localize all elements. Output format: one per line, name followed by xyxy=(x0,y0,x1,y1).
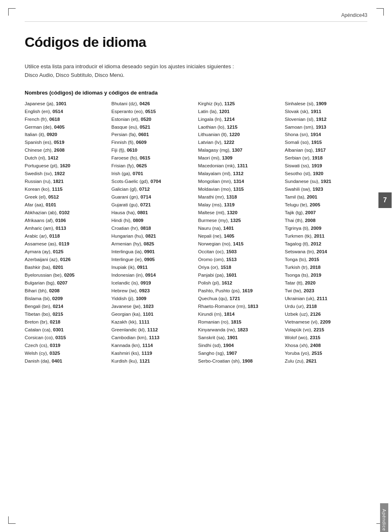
lang-entry: Quechua (qu), 1721 xyxy=(198,295,281,303)
lang-entry: Javanese (jw), 1023 xyxy=(111,303,194,310)
lang-entry: Sundanese (su), 1921 xyxy=(285,178,367,185)
language-column-2: Kirghiz (ky), 1125Latin (la), 1201Lingal… xyxy=(198,100,281,365)
lang-entry: Armenian (hy), 0825 xyxy=(111,240,194,248)
lang-entry: Samoan (sm), 1913 xyxy=(285,123,367,131)
lang-entry: Gujarati (gu), 0721 xyxy=(111,201,194,209)
lang-entry: Yoruba (yo), 2515 xyxy=(285,349,367,357)
lang-entry: Kirundi (rn), 1814 xyxy=(198,310,281,318)
lang-entry: Bulgarian (bg), 0207 xyxy=(25,279,107,287)
lang-entry: Uzbek (uz), 2126 xyxy=(285,310,367,318)
lang-entry: Kirghiz (ky), 1125 xyxy=(198,100,281,108)
lang-entry: Shona (sn), 1914 xyxy=(285,131,367,139)
lang-entry: Vietnamese (vi), 2209 xyxy=(285,318,367,326)
lang-entry: Spanish (es), 0519 xyxy=(25,139,107,146)
lang-entry: Sindhi (sd), 1904 xyxy=(198,342,281,349)
lang-entry: Lingala (ln), 1214 xyxy=(198,116,281,123)
lang-entry: Kurdish (ku), 1121 xyxy=(111,357,194,365)
lang-entry: Malay (ms), 1319 xyxy=(198,201,281,209)
lang-entry: Sinhalese (si), 1909 xyxy=(285,100,367,108)
language-column-1: Bhutani (dz), 0426Esperanto (eo), 0515Es… xyxy=(111,100,194,365)
lang-entry: Aymara (ay), 0125 xyxy=(25,248,107,256)
lang-entry: Hungarian (hu), 0821 xyxy=(111,232,194,240)
lang-entry: Breton (br), 0218 xyxy=(25,318,107,326)
lang-entry: Scots-Gaelic (gd), 0704 xyxy=(111,178,194,185)
lang-entry: Lithuanian (lt), 1220 xyxy=(198,131,281,139)
lang-entry: Mongolian (mn), 1314 xyxy=(198,178,281,185)
lang-entry: Serbo-Croatian (sh), 1908 xyxy=(198,357,281,365)
page-header: Apéndice 43 xyxy=(25,12,367,22)
lang-entry: Oromo (om), 1513 xyxy=(198,256,281,264)
lang-entry: Macedonian (mk), 1311 xyxy=(198,162,281,170)
lang-entry: Frisian (fy), 0625 xyxy=(111,162,194,170)
lang-entry: Kashmiri (ks), 1119 xyxy=(111,349,194,357)
lang-entry: Xhosa (xh), 2408 xyxy=(285,342,367,349)
lang-entry: Laothian (lo), 1215 xyxy=(198,123,281,131)
lang-entry: Ukrainian (uk), 2111 xyxy=(285,295,367,303)
lang-entry: Tibetan (bo), 0215 xyxy=(25,310,107,318)
lang-entry: French (fr), 0618 xyxy=(25,116,107,123)
lang-entry: Byelorussian (be), 0205 xyxy=(25,271,107,279)
lang-entry: Assamese (as), 0119 xyxy=(25,240,107,248)
lang-entry: Burmese (my), 1325 xyxy=(198,217,281,224)
lang-entry: Volapük (vo), 2215 xyxy=(285,326,367,334)
lang-entry: Sanskrit (sa), 1901 xyxy=(198,334,281,342)
lang-entry: Swahili (sw), 1923 xyxy=(285,185,367,193)
lang-entry: Icelandic (is), 0919 xyxy=(111,279,194,287)
lang-entry: Esperanto (eo), 0515 xyxy=(111,108,194,116)
lang-entry: Italian (it), 0920 xyxy=(25,131,107,139)
lang-entry: Portuguese (pt), 1620 xyxy=(25,162,107,170)
language-grid: Japanese (ja), 1001English (en), 0514Fre… xyxy=(25,100,367,365)
lang-entry: Corsican (co), 0315 xyxy=(25,334,107,342)
lang-entry: Moldavian (mo), 1315 xyxy=(198,185,281,193)
lang-entry: Irish (ga), 0701 xyxy=(111,170,194,178)
lang-entry: Somali (so), 1915 xyxy=(285,139,367,146)
lang-entry: Panjabi (pa), 1601 xyxy=(198,271,281,279)
lang-entry: Tajik (tg), 2007 xyxy=(285,209,367,217)
lang-entry: Catalan (ca), 0301 xyxy=(25,326,107,334)
lang-entry: Wolof (wo), 2315 xyxy=(285,334,367,342)
lang-entry: Turkmen (tk), 2011 xyxy=(285,232,367,240)
lang-entry: Romanian (ro), 1815 xyxy=(198,318,281,326)
lang-entry: Sangho (sg), 1907 xyxy=(198,349,281,357)
lang-entry: Basque (eu), 0521 xyxy=(111,123,194,131)
lang-entry: Georgian (ka), 1101 xyxy=(111,310,194,318)
lang-entry: Estonian (et), 0520 xyxy=(111,116,194,123)
lang-entry: Bihari (bh), 0208 xyxy=(25,287,107,295)
lang-entry: Amharic (am), 0113 xyxy=(25,224,107,232)
lang-entry: Hebrew (iw), 0923 xyxy=(111,287,194,295)
lang-entry: Indonesian (in), 0914 xyxy=(111,271,194,279)
lang-entry: Oriya (or), 1518 xyxy=(198,264,281,271)
lang-entry: Kazakh (kk), 1111 xyxy=(111,318,194,326)
lang-entry: Albanian (sq), 1917 xyxy=(285,146,367,154)
lang-entry: Croatian (hr), 0818 xyxy=(111,224,194,232)
lang-entry: Interlingue (ie), 0905 xyxy=(111,256,194,264)
lang-entry: Tsonga (ts), 2019 xyxy=(285,271,367,279)
lang-entry: Bhutani (dz), 0426 xyxy=(111,100,194,108)
lang-entry: Malagasy (mg), 1307 xyxy=(198,146,281,154)
lang-entry: Occitan (oc), 1503 xyxy=(198,248,281,256)
lang-entry: Russian (ru), 1821 xyxy=(25,178,107,185)
lang-entry: Latvian (lv), 1222 xyxy=(198,139,281,146)
lang-entry: Tamil (ta), 2001 xyxy=(285,193,367,201)
lang-entry: Welsh (cy), 0325 xyxy=(25,349,107,357)
lang-entry: Korean (ko), 1115 xyxy=(25,185,107,193)
lang-entry: Bengali (bn), 0214 xyxy=(25,303,107,310)
lang-entry: Latin (la), 1201 xyxy=(198,108,281,116)
sidebar-number: 7 xyxy=(378,192,392,208)
page-title: Códigos de idioma xyxy=(25,34,367,50)
lang-entry: Bashkir (ba), 0201 xyxy=(25,264,107,271)
lang-entry: Maltese (mt), 1320 xyxy=(198,209,281,217)
lang-entry: Japanese (ja), 1001 xyxy=(25,100,107,108)
lang-entry: Dutch (nl), 1412 xyxy=(25,154,107,162)
lang-entry: Nepali (ne), 1405 xyxy=(198,232,281,240)
header-page-number: 43 xyxy=(362,12,367,18)
lang-entry: Fiji (fj), 0610 xyxy=(111,146,194,154)
lang-entry: Nauru (na), 1401 xyxy=(198,224,281,232)
lang-entry: Cambodian (km), 1113 xyxy=(111,334,194,342)
lang-entry: Azerbaijani (az), 0126 xyxy=(25,256,107,264)
lang-entry: Finnish (fi), 0609 xyxy=(111,139,194,146)
lang-entry: Abkhazian (ab), 0102 xyxy=(25,209,107,217)
sidebar-label: Apéndice xyxy=(380,503,388,532)
lang-entry: Siswati (ss), 1919 xyxy=(285,162,367,170)
lang-entry: Persian (fa), 0601 xyxy=(111,131,194,139)
